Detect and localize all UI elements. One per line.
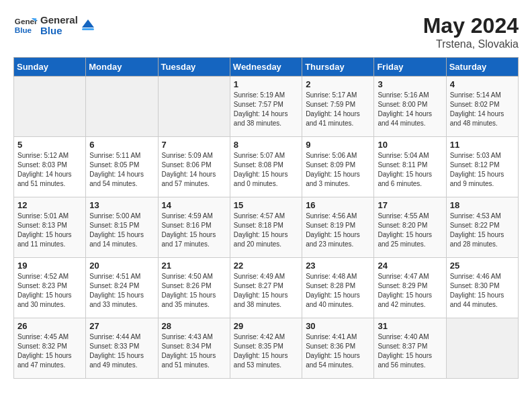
day-info: Sunrise: 4:49 AM Sunset: 8:27 PM Dayligh… <box>234 272 298 310</box>
calendar-cell: 16Sunrise: 4:56 AM Sunset: 8:19 PM Dayli… <box>302 197 374 258</box>
calendar-cell: 28Sunrise: 4:43 AM Sunset: 8:34 PM Dayli… <box>158 318 230 379</box>
calendar-cell: 4Sunrise: 5:14 AM Sunset: 8:02 PM Daylig… <box>446 77 518 137</box>
calendar-cell: 7Sunrise: 5:09 AM Sunset: 8:06 PM Daylig… <box>158 137 230 197</box>
calendar-week-row: 5Sunrise: 5:12 AM Sunset: 8:03 PM Daylig… <box>14 137 519 197</box>
calendar-table: SundayMondayTuesdayWednesdayThursdayFrid… <box>13 57 519 379</box>
calendar-cell: 2Sunrise: 5:17 AM Sunset: 7:59 PM Daylig… <box>302 77 374 137</box>
day-number: 11 <box>450 140 515 150</box>
calendar-cell: 10Sunrise: 5:04 AM Sunset: 8:11 PM Dayli… <box>374 137 446 197</box>
day-info: Sunrise: 5:00 AM Sunset: 8:15 PM Dayligh… <box>89 212 154 249</box>
col-header-monday: Monday <box>86 58 158 77</box>
day-number: 8 <box>234 140 298 150</box>
day-number: 21 <box>162 261 226 271</box>
calendar-cell: 9Sunrise: 5:06 AM Sunset: 8:09 PM Daylig… <box>302 137 374 197</box>
day-info: Sunrise: 5:03 AM Sunset: 8:12 PM Dayligh… <box>450 151 515 189</box>
calendar-cell: 30Sunrise: 4:41 AM Sunset: 8:36 PM Dayli… <box>302 318 374 379</box>
logo: General Blue General Blue <box>13 13 95 38</box>
calendar-cell: 24Sunrise: 4:47 AM Sunset: 8:29 PM Dayli… <box>374 258 446 318</box>
day-info: Sunrise: 4:51 AM Sunset: 8:24 PM Dayligh… <box>89 272 154 310</box>
day-info: Sunrise: 4:43 AM Sunset: 8:34 PM Dayligh… <box>162 332 226 370</box>
calendar-cell: 23Sunrise: 4:48 AM Sunset: 8:28 PM Dayli… <box>302 258 374 318</box>
calendar-cell: 5Sunrise: 5:12 AM Sunset: 8:03 PM Daylig… <box>14 137 86 197</box>
calendar-cell: 15Sunrise: 4:57 AM Sunset: 8:18 PM Dayli… <box>230 197 302 258</box>
logo-blue-text: Blue <box>40 26 78 37</box>
day-number: 22 <box>234 261 298 271</box>
location-text: Trstena, Slovakia <box>423 38 519 50</box>
day-number: 3 <box>378 79 442 89</box>
day-info: Sunrise: 5:06 AM Sunset: 8:09 PM Dayligh… <box>306 151 370 189</box>
calendar-cell: 27Sunrise: 4:44 AM Sunset: 8:33 PM Dayli… <box>86 318 158 379</box>
day-number: 2 <box>306 79 370 89</box>
calendar-cell: 8Sunrise: 5:07 AM Sunset: 8:08 PM Daylig… <box>230 137 302 197</box>
day-number: 23 <box>306 261 370 271</box>
calendar-cell: 20Sunrise: 4:51 AM Sunset: 8:24 PM Dayli… <box>86 258 158 318</box>
day-info: Sunrise: 5:14 AM Sunset: 8:02 PM Dayligh… <box>450 91 515 128</box>
calendar-cell <box>446 318 518 379</box>
day-info: Sunrise: 4:40 AM Sunset: 8:37 PM Dayligh… <box>378 332 442 370</box>
calendar-cell: 14Sunrise: 4:59 AM Sunset: 8:16 PM Dayli… <box>158 197 230 258</box>
day-number: 28 <box>162 321 226 331</box>
day-info: Sunrise: 4:42 AM Sunset: 8:35 PM Dayligh… <box>234 332 298 370</box>
day-info: Sunrise: 4:53 AM Sunset: 8:22 PM Dayligh… <box>450 212 515 249</box>
day-info: Sunrise: 4:57 AM Sunset: 8:18 PM Dayligh… <box>234 212 298 249</box>
page-header: General Blue General Blue May 2024 Trste… <box>13 13 519 50</box>
day-number: 12 <box>17 200 82 210</box>
calendar-week-row: 1Sunrise: 5:19 AM Sunset: 7:57 PM Daylig… <box>14 77 519 137</box>
day-info: Sunrise: 5:17 AM Sunset: 7:59 PM Dayligh… <box>306 91 370 128</box>
day-info: Sunrise: 4:52 AM Sunset: 8:23 PM Dayligh… <box>17 272 82 310</box>
day-number: 1 <box>234 79 298 89</box>
col-header-sunday: Sunday <box>14 58 86 77</box>
day-number: 29 <box>234 321 298 331</box>
day-number: 27 <box>89 321 154 331</box>
day-number: 18 <box>450 200 515 210</box>
calendar-header-row: SundayMondayTuesdayWednesdayThursdayFrid… <box>14 58 519 77</box>
day-info: Sunrise: 5:19 AM Sunset: 7:57 PM Dayligh… <box>234 91 298 128</box>
calendar-cell: 19Sunrise: 4:52 AM Sunset: 8:23 PM Dayli… <box>14 258 86 318</box>
calendar-cell: 31Sunrise: 4:40 AM Sunset: 8:37 PM Dayli… <box>374 318 446 379</box>
calendar-cell: 3Sunrise: 5:16 AM Sunset: 8:00 PM Daylig… <box>374 77 446 137</box>
day-info: Sunrise: 5:04 AM Sunset: 8:11 PM Dayligh… <box>378 151 442 189</box>
day-number: 4 <box>450 79 515 89</box>
calendar-week-row: 19Sunrise: 4:52 AM Sunset: 8:23 PM Dayli… <box>14 258 519 318</box>
day-info: Sunrise: 4:41 AM Sunset: 8:36 PM Dayligh… <box>306 332 370 370</box>
col-header-thursday: Thursday <box>302 58 374 77</box>
day-info: Sunrise: 5:16 AM Sunset: 8:00 PM Dayligh… <box>378 91 442 128</box>
calendar-cell <box>86 77 158 137</box>
col-header-saturday: Saturday <box>446 58 518 77</box>
day-number: 15 <box>234 200 298 210</box>
svg-text:General: General <box>15 17 38 26</box>
calendar-week-row: 12Sunrise: 5:01 AM Sunset: 8:13 PM Dayli… <box>14 197 519 258</box>
day-info: Sunrise: 4:48 AM Sunset: 8:28 PM Dayligh… <box>306 272 370 310</box>
day-number: 14 <box>162 200 226 210</box>
calendar-cell: 13Sunrise: 5:00 AM Sunset: 8:15 PM Dayli… <box>86 197 158 258</box>
day-number: 26 <box>17 321 82 331</box>
day-number: 25 <box>450 261 515 271</box>
day-number: 20 <box>89 261 154 271</box>
day-number: 13 <box>89 200 154 210</box>
day-info: Sunrise: 5:01 AM Sunset: 8:13 PM Dayligh… <box>17 212 82 249</box>
day-info: Sunrise: 5:09 AM Sunset: 8:06 PM Dayligh… <box>162 151 226 189</box>
day-info: Sunrise: 4:56 AM Sunset: 8:19 PM Dayligh… <box>306 212 370 249</box>
logo-icon: General Blue <box>13 13 38 38</box>
day-info: Sunrise: 5:07 AM Sunset: 8:08 PM Dayligh… <box>234 151 298 189</box>
day-number: 5 <box>17 140 82 150</box>
calendar-cell: 29Sunrise: 4:42 AM Sunset: 8:35 PM Dayli… <box>230 318 302 379</box>
logo-boat-icon <box>81 18 95 33</box>
day-number: 17 <box>378 200 442 210</box>
svg-text:Blue: Blue <box>15 26 32 34</box>
calendar-cell: 17Sunrise: 4:55 AM Sunset: 8:20 PM Dayli… <box>374 197 446 258</box>
day-number: 9 <box>306 140 370 150</box>
calendar-week-row: 26Sunrise: 4:45 AM Sunset: 8:32 PM Dayli… <box>14 318 519 379</box>
day-info: Sunrise: 4:55 AM Sunset: 8:20 PM Dayligh… <box>378 212 442 249</box>
calendar-cell: 6Sunrise: 5:11 AM Sunset: 8:05 PM Daylig… <box>86 137 158 197</box>
calendar-cell: 25Sunrise: 4:46 AM Sunset: 8:30 PM Dayli… <box>446 258 518 318</box>
logo-general-text: General <box>40 15 78 26</box>
calendar-cell: 11Sunrise: 5:03 AM Sunset: 8:12 PM Dayli… <box>446 137 518 197</box>
calendar-cell: 12Sunrise: 5:01 AM Sunset: 8:13 PM Dayli… <box>14 197 86 258</box>
calendar-cell: 1Sunrise: 5:19 AM Sunset: 7:57 PM Daylig… <box>230 77 302 137</box>
day-number: 7 <box>162 140 226 150</box>
col-header-wednesday: Wednesday <box>230 58 302 77</box>
day-info: Sunrise: 4:47 AM Sunset: 8:29 PM Dayligh… <box>378 272 442 310</box>
day-info: Sunrise: 4:50 AM Sunset: 8:26 PM Dayligh… <box>162 272 226 310</box>
calendar-cell <box>14 77 86 137</box>
